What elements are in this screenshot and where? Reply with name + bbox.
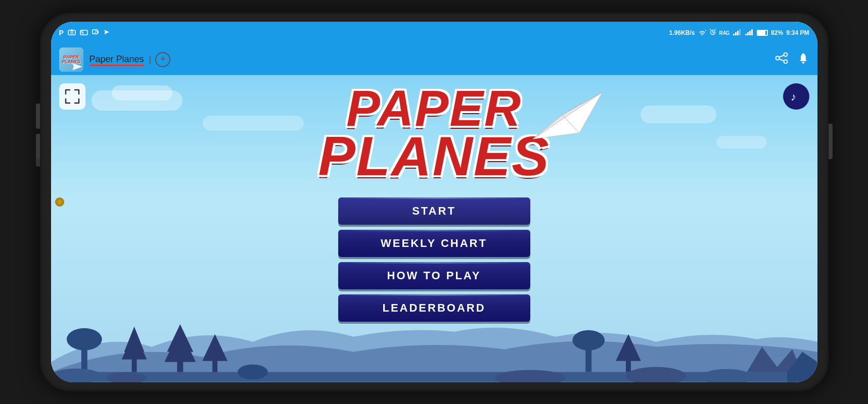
cast-icon (80, 29, 88, 37)
leaderboard-button[interactable]: LEADERBOARD (338, 294, 530, 322)
notification-button[interactable] (797, 52, 809, 67)
4g-label: R4G (719, 30, 730, 36)
svg-rect-25 (749, 31, 751, 35)
menu-buttons: START WEEKLY CHART HOW TO PLAY LEADERBOA… (338, 197, 530, 322)
game-title-paper: PAPER (346, 85, 522, 131)
svg-point-12 (701, 34, 703, 36)
add-tab-button[interactable]: + (155, 52, 170, 67)
svg-point-28 (784, 53, 787, 56)
fullscreen-button[interactable] (59, 83, 85, 110)
send-icon (103, 29, 110, 37)
signal-bars-1 (733, 29, 742, 37)
cloud-3 (641, 106, 716, 123)
svg-point-30 (775, 56, 779, 60)
vol-down-button[interactable] (36, 134, 40, 159)
svg-marker-27 (72, 63, 82, 70)
svg-rect-19 (733, 34, 735, 35)
phone-outer: P (40, 13, 829, 391)
svg-line-18 (715, 29, 716, 30)
svg-line-13 (705, 30, 706, 31)
svg-rect-7 (98, 31, 99, 33)
weekly-chart-button[interactable]: WEEKLY CHART (338, 230, 530, 257)
camera-status-icon (68, 29, 76, 37)
network-speed: 1.96KB/s (669, 29, 695, 36)
app-title: Paper Planes (89, 54, 144, 65)
svg-marker-46 (124, 327, 144, 352)
how-to-play-button[interactable]: HOW TO PLAY (338, 262, 530, 289)
battery-percent: 82% (771, 29, 783, 36)
svg-marker-11 (104, 30, 109, 34)
cloud-2 (112, 85, 172, 100)
status-left-icons: P (59, 29, 110, 37)
svg-point-43 (66, 328, 102, 350)
divider: | (149, 54, 152, 65)
app-icon: PAPER PLANES (59, 47, 83, 72)
vol-up-button[interactable] (36, 104, 40, 129)
svg-point-5 (80, 33, 81, 34)
svg-rect-21 (737, 31, 739, 35)
svg-rect-23 (745, 34, 747, 35)
game-title-area: PAPER (257, 85, 611, 181)
svg-point-33 (802, 62, 804, 64)
status-right-info: 1.96KB/s (669, 29, 809, 37)
svg-rect-26 (751, 29, 753, 35)
current-time: 9:34 PM (786, 29, 809, 36)
app-bar-actions (775, 52, 809, 67)
svg-rect-24 (747, 32, 749, 35)
phone-screen: P (51, 22, 817, 382)
p-icon: P (59, 29, 64, 37)
svg-rect-22 (739, 29, 741, 35)
svg-line-8 (95, 32, 96, 33)
power-button[interactable] (829, 124, 833, 159)
svg-line-17 (710, 29, 711, 30)
svg-line-31 (779, 55, 784, 57)
start-button[interactable]: START (338, 197, 530, 225)
svg-point-56 (572, 330, 605, 350)
svg-line-32 (779, 59, 784, 61)
signal-bars-2 (745, 29, 754, 37)
svg-point-52 (238, 365, 268, 380)
game-area: ♪ PAPER (51, 75, 817, 382)
music-button[interactable]: ♪ (783, 83, 809, 110)
svg-text:♪: ♪ (791, 90, 796, 103)
battery-charging-icon (92, 29, 99, 37)
wifi-icon (698, 29, 706, 37)
share-button[interactable] (775, 53, 788, 67)
add-icon: + (160, 54, 166, 65)
led-indicator (55, 197, 64, 207)
svg-rect-20 (735, 32, 737, 35)
alarm-icon (709, 29, 716, 37)
svg-line-16 (713, 32, 714, 33)
app-bar: PAPER PLANES Paper Planes | + (51, 44, 817, 75)
cloud-5 (716, 136, 767, 148)
svg-point-3 (71, 32, 72, 33)
svg-rect-6 (93, 30, 98, 34)
battery-indicator (757, 30, 768, 36)
svg-point-29 (784, 60, 787, 63)
status-bar: P (51, 22, 817, 44)
